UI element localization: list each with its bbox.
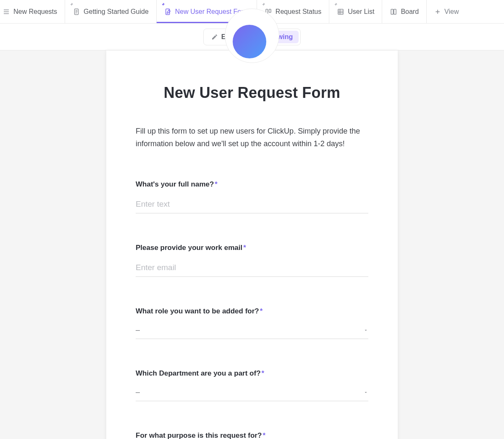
form-canvas: New User Request Form Fill up this form … [0, 50, 504, 439]
doc-icon [73, 8, 80, 16]
department-select[interactable]: – [136, 382, 368, 401]
field-label: What's your full name?* [136, 180, 368, 189]
field-work-email: Please provide your work email* [136, 244, 368, 277]
field-role: What role you want to be added for?* – [136, 307, 368, 339]
role-select[interactable]: – [136, 320, 368, 339]
form-card: New User Request Form Fill up this form … [106, 50, 398, 439]
form-body: What's your full name?* Please provide y… [106, 180, 398, 439]
list-icon [3, 8, 10, 16]
field-full-name: What's your full name?* [136, 180, 368, 213]
select-value: – [136, 326, 140, 334]
tab-new-requests[interactable]: New Requests [0, 0, 65, 24]
tab-label: Board [401, 8, 419, 16]
field-purpose: For what purpose is this request for?* [136, 431, 368, 439]
svg-rect-14 [391, 9, 393, 14]
field-label: What role you want to be added for?* [136, 307, 368, 315]
caret-down-icon [363, 390, 368, 395]
svg-rect-15 [394, 9, 396, 14]
tab-label: New Requests [13, 8, 57, 16]
work-email-input[interactable] [136, 258, 368, 277]
select-value: – [136, 388, 140, 397]
required-marker: * [260, 307, 263, 315]
pencil-icon [211, 34, 218, 40]
required-marker: * [262, 431, 265, 439]
pin-icon [69, 3, 74, 7]
form-avatar [225, 8, 279, 63]
field-label: Which Department are you a part of?* [136, 369, 368, 378]
required-marker: * [215, 180, 218, 188]
table-icon [337, 8, 344, 16]
avatar-gradient-icon [233, 25, 266, 58]
svg-rect-9 [269, 9, 271, 13]
pin-icon [161, 3, 165, 7]
form-icon [164, 8, 172, 16]
tab-label: Request Status [276, 8, 321, 16]
field-label: For what purpose is this request for?* [136, 431, 368, 439]
tab-board[interactable]: Board [382, 0, 427, 24]
required-marker: * [262, 369, 265, 377]
tab-getting-started[interactable]: Getting Started Guide [65, 0, 157, 24]
form-title: New User Request Form [106, 84, 398, 102]
caret-down-icon [363, 328, 368, 333]
tab-user-list[interactable]: User List [329, 0, 382, 24]
add-view-button[interactable]: View [427, 0, 466, 24]
full-name-input[interactable] [136, 195, 368, 213]
svg-rect-10 [338, 9, 343, 14]
plus-icon [434, 8, 441, 15]
form-description: Fill up this form to set up new users fo… [106, 125, 398, 150]
add-view-label: View [444, 8, 459, 16]
pin-icon [333, 3, 338, 7]
board-icon [390, 8, 397, 16]
required-marker: * [243, 244, 246, 252]
form-avatar-wrap [106, 46, 398, 63]
tab-label: Getting Started Guide [84, 8, 149, 16]
field-label: Please provide your work email* [136, 244, 368, 252]
field-department: Which Department are you a part of?* – [136, 369, 368, 401]
tab-label: User List [348, 8, 374, 16]
pin-icon [261, 3, 265, 7]
